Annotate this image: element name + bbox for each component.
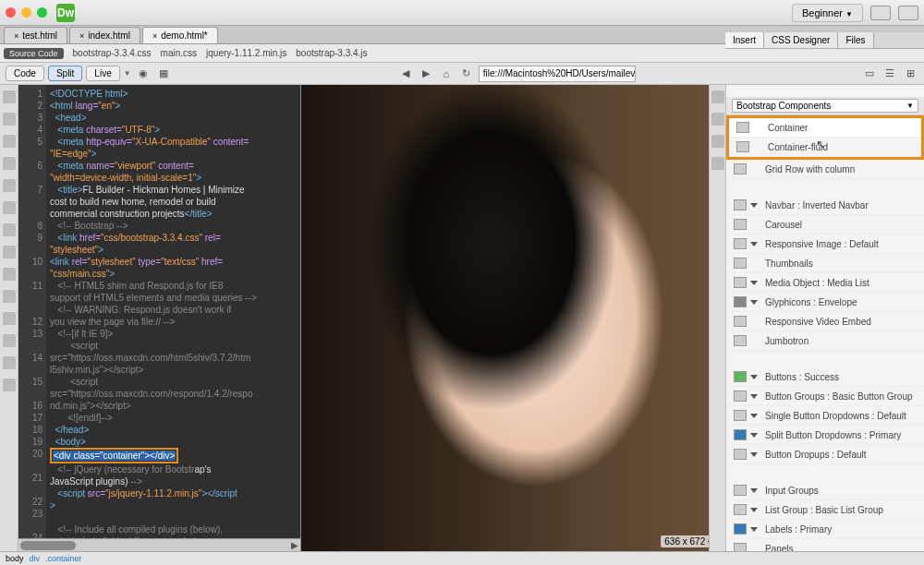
tab-css-designer[interactable]: CSS Designer bbox=[764, 32, 838, 48]
insert-item-label: Glyphicons : Envelope bbox=[765, 297, 857, 307]
insert-item[interactable]: Responsive Video Embed bbox=[726, 312, 924, 331]
right-panel-tabs: Insert CSS Designer Files bbox=[725, 32, 924, 49]
insert-item-label: Single Button Dropdowns : Default bbox=[765, 411, 906, 421]
insert-item-label: Panels bbox=[765, 544, 794, 552]
toolbar: Code Split Live ▼ ◉ ▦ ◀ ▶ ⌂ ↻ file:///Ma… bbox=[0, 63, 924, 85]
back-icon[interactable]: ◀ bbox=[397, 66, 414, 82]
option-icon[interactable]: ⊞ bbox=[902, 66, 918, 82]
tool-icon[interactable] bbox=[3, 290, 16, 303]
code-toolbar bbox=[0, 85, 18, 551]
close-icon[interactable] bbox=[6, 7, 16, 18]
insert-item-label: Responsive Video Embed bbox=[765, 317, 871, 327]
insert-item[interactable]: Glyphicons : Envelope bbox=[726, 293, 924, 312]
sync-icon[interactable] bbox=[870, 6, 891, 20]
insert-item[interactable]: Container-fluid bbox=[729, 138, 921, 157]
tool-icon[interactable] bbox=[3, 268, 16, 281]
code-content[interactable]: <!DOCTYPE html> <html lang="en"> <head> … bbox=[46, 85, 300, 538]
tool-icon[interactable] bbox=[711, 135, 724, 148]
minimize-icon[interactable] bbox=[21, 7, 31, 18]
insert-item-label: Button Groups : Basic Button Group bbox=[765, 391, 913, 402]
source-code-pill[interactable]: Source Code bbox=[4, 48, 64, 59]
insert-item[interactable]: Panels bbox=[726, 539, 924, 551]
line-numbers: 1234567891011121314151617181920212223242… bbox=[18, 85, 46, 538]
workspace-dropdown[interactable]: Beginner ▼ bbox=[792, 4, 863, 22]
insert-item-label: Responsive Image : Default bbox=[765, 239, 879, 249]
tool-icon[interactable] bbox=[3, 246, 16, 258]
option-icon[interactable]: ☰ bbox=[881, 66, 898, 82]
home-icon[interactable]: ⌂ bbox=[438, 66, 455, 82]
tool-icon[interactable] bbox=[711, 157, 724, 170]
insert-item-label: Container bbox=[768, 123, 808, 133]
insert-item[interactable]: Navbar : Inverted Navbar bbox=[726, 196, 924, 215]
insert-item[interactable]: Responsive Image : Default bbox=[726, 234, 924, 254]
address-bar[interactable]: file:///Macintosh%20HD/Users/mailevalent… bbox=[479, 66, 636, 82]
reload-icon[interactable]: ↻ bbox=[458, 66, 475, 82]
component-category-dropdown[interactable]: Bootstrap Components▼ bbox=[726, 97, 924, 115]
tool-icon[interactable] bbox=[3, 356, 16, 369]
tool-icon[interactable] bbox=[3, 223, 16, 236]
tool-icon[interactable] bbox=[3, 179, 16, 192]
insert-item-label: Button Dropups : Default bbox=[765, 450, 867, 460]
view-split-button[interactable]: Split bbox=[48, 66, 82, 81]
insert-item[interactable]: Button Groups : Basic Button Group bbox=[726, 387, 924, 406]
insert-item[interactable]: Input Groups bbox=[726, 481, 924, 500]
insert-item-label: Labels : Primary bbox=[765, 524, 832, 535]
zoom-icon[interactable] bbox=[37, 7, 47, 18]
insert-item[interactable]: Carousel bbox=[726, 215, 924, 234]
code-view[interactable]: 1234567891011121314151617181920212223242… bbox=[18, 85, 300, 551]
related-file[interactable]: bootstrap-3.3.4.css bbox=[73, 48, 152, 58]
tag-selector[interactable]: div bbox=[30, 554, 41, 563]
related-file[interactable]: main.css bbox=[161, 48, 197, 58]
view-live-button[interactable]: Live bbox=[86, 66, 119, 81]
tag-selector[interactable]: .container bbox=[45, 554, 82, 563]
tag-selector[interactable]: body bbox=[6, 554, 24, 563]
insert-item[interactable]: Thumbnails bbox=[726, 254, 924, 273]
insert-item[interactable]: Media Object : Media List bbox=[726, 273, 924, 293]
tool-icon[interactable] bbox=[3, 157, 16, 170]
tool-icon[interactable] bbox=[3, 135, 16, 148]
title-bar: Dw Beginner ▼ bbox=[0, 0, 924, 26]
insert-item[interactable]: Split Button Dropdowns : Primary bbox=[726, 426, 924, 445]
file-tab-test[interactable]: ×test.html bbox=[4, 27, 67, 43]
insert-list: Container↖Container-fluidGrid Row with c… bbox=[726, 115, 924, 551]
tool-icon[interactable] bbox=[3, 90, 16, 103]
insert-item[interactable]: Button Dropups : Default bbox=[726, 445, 924, 464]
inspect-icon[interactable]: ◉ bbox=[135, 66, 152, 82]
grid-icon[interactable]: ▦ bbox=[155, 66, 172, 82]
insert-item[interactable]: Jumbotron bbox=[726, 331, 924, 351]
insert-item[interactable]: Single Button Dropdowns : Default bbox=[726, 406, 924, 426]
live-preview[interactable]: 636 x 672 ⟳ bbox=[300, 85, 725, 551]
forward-icon[interactable]: ▶ bbox=[418, 66, 434, 82]
insert-item-label: Jumbotron bbox=[765, 336, 808, 346]
tab-insert[interactable]: Insert bbox=[725, 32, 764, 48]
tool-icon[interactable] bbox=[3, 113, 16, 126]
insert-item-label: Thumbnails bbox=[765, 258, 813, 269]
horizontal-scrollbar[interactable]: ▶ bbox=[18, 538, 300, 551]
tool-icon[interactable] bbox=[3, 201, 16, 214]
window-controls[interactable] bbox=[6, 7, 47, 18]
layout-icon[interactable] bbox=[898, 6, 918, 20]
insert-item[interactable]: Buttons : Success bbox=[726, 367, 924, 387]
insert-item-label: List Group : Basic List Group bbox=[765, 505, 883, 515]
insert-item-label: Media Object : Media List bbox=[765, 278, 869, 288]
insert-item-label: Carousel bbox=[765, 220, 802, 230]
file-tab-index[interactable]: ×index.html bbox=[69, 27, 140, 43]
view-code-button[interactable]: Code bbox=[6, 66, 44, 81]
insert-item[interactable]: Labels : Primary bbox=[726, 520, 924, 539]
related-file[interactable]: bootstrap-3.3.4.js bbox=[296, 48, 367, 58]
insert-item-label: Split Button Dropdowns : Primary bbox=[765, 430, 901, 440]
preview-toolbar bbox=[709, 85, 725, 551]
tool-icon[interactable] bbox=[711, 113, 724, 126]
insert-item-label: Grid Row with column bbox=[765, 164, 855, 174]
tool-icon[interactable] bbox=[3, 334, 16, 347]
tool-icon[interactable] bbox=[3, 379, 16, 391]
option-icon[interactable]: ▭ bbox=[861, 66, 878, 82]
file-tab-demo[interactable]: ×demo.html* bbox=[142, 27, 218, 43]
related-file[interactable]: jquery-1.11.2.min.js bbox=[206, 48, 286, 58]
insert-item[interactable]: Container↖ bbox=[729, 118, 921, 138]
insert-item[interactable]: List Group : Basic List Group bbox=[726, 500, 924, 520]
tool-icon[interactable] bbox=[711, 90, 724, 103]
insert-item[interactable]: Grid Row with column bbox=[726, 160, 924, 179]
tab-files[interactable]: Files bbox=[838, 32, 873, 48]
tool-icon[interactable] bbox=[3, 312, 16, 325]
